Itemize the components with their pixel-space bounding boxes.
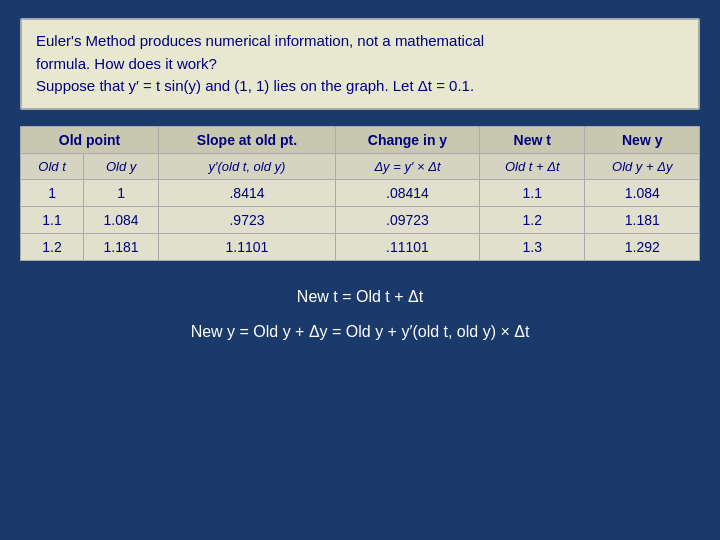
cell-2-5: 1.292: [585, 233, 700, 260]
cell-1-0: 1.1: [21, 206, 84, 233]
subheader-old-y: Old y: [84, 153, 159, 179]
cell-2-2: 1.1101: [159, 233, 336, 260]
cell-2-0: 1.2: [21, 233, 84, 260]
cell-2-1: 1.181: [84, 233, 159, 260]
cell-2-4: 1.3: [479, 233, 584, 260]
cell-2-3: .11101: [335, 233, 479, 260]
intro-line1: Euler's Method produces numerical inform…: [36, 32, 484, 49]
header-new-t: New t: [479, 126, 584, 153]
table-row: 1.1 1.084 .9723 .09723 1.2 1.181: [21, 206, 700, 233]
subheader-delta-y: Δy = y′ × Δt: [335, 153, 479, 179]
cell-0-1: 1: [84, 179, 159, 206]
cell-0-4: 1.1: [479, 179, 584, 206]
intro-line2: formula. How does it work?: [36, 55, 217, 72]
cell-1-2: .9723: [159, 206, 336, 233]
formula-line2: New y = Old y + Δy = Old y + y′(old t, o…: [191, 314, 530, 349]
subheader-new-t-formula: Old t + Δt: [479, 153, 584, 179]
cell-1-4: 1.2: [479, 206, 584, 233]
table-subheader-row: Old t Old y y′(old t, old y) Δy = y′ × Δ…: [21, 153, 700, 179]
table-row: 1 1 .8414 .08414 1.1 1.084: [21, 179, 700, 206]
cell-1-3: .09723: [335, 206, 479, 233]
cell-1-1: 1.084: [84, 206, 159, 233]
cell-0-3: .08414: [335, 179, 479, 206]
header-new-y: New y: [585, 126, 700, 153]
footer-formulas: New t = Old t + Δt New y = Old y + Δy = …: [191, 279, 530, 349]
subheader-new-y-formula: Old y + Δy: [585, 153, 700, 179]
intro-line3: Suppose that y′ = t sin(y) and (1, 1) li…: [36, 77, 474, 94]
subheader-slope-fn: y′(old t, old y): [159, 153, 336, 179]
euler-table-wrapper: Old point Slope at old pt. Change in y N…: [20, 126, 700, 261]
cell-1-5: 1.181: [585, 206, 700, 233]
cell-0-0: 1: [21, 179, 84, 206]
euler-table: Old point Slope at old pt. Change in y N…: [20, 126, 700, 261]
cell-0-2: .8414: [159, 179, 336, 206]
formula-line1: New t = Old t + Δt: [191, 279, 530, 314]
header-old-point: Old point: [21, 126, 159, 153]
header-change-y: Change in y: [335, 126, 479, 153]
cell-0-5: 1.084: [585, 179, 700, 206]
table-row: 1.2 1.181 1.1101 .11101 1.3 1.292: [21, 233, 700, 260]
header-slope: Slope at old pt.: [159, 126, 336, 153]
subheader-old-t: Old t: [21, 153, 84, 179]
intro-box: Euler's Method produces numerical inform…: [20, 18, 700, 110]
table-header-row: Old point Slope at old pt. Change in y N…: [21, 126, 700, 153]
